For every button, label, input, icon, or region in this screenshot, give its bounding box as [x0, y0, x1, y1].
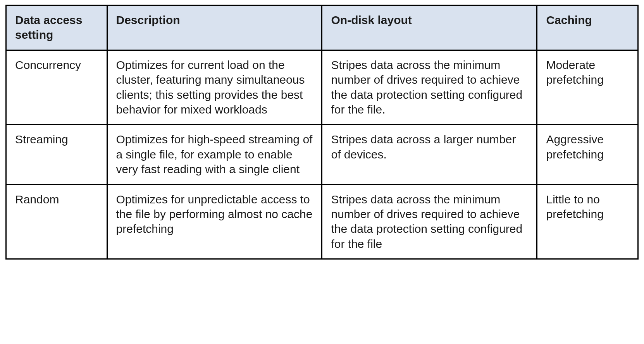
table-row: Concurrency Optimizes for current load o…	[6, 50, 638, 125]
cell-layout: Stripes data across a larger number of d…	[322, 125, 537, 184]
cell-setting: Streaming	[6, 125, 107, 184]
cell-description: Optimizes for high-speed streaming of a …	[107, 125, 322, 184]
cell-description: Optimizes for unpredictable access to th…	[107, 184, 322, 259]
cell-setting: Concurrency	[6, 50, 107, 125]
cell-caching: Moderate prefetching	[537, 50, 638, 125]
data-access-table: Data access setting Description On-disk …	[5, 5, 639, 260]
col-header-description: Description	[107, 5, 322, 50]
table-row: Streaming Optimizes for high-speed strea…	[6, 125, 638, 184]
cell-layout: Stripes data across the minimum number o…	[322, 50, 537, 125]
cell-description: Optimizes for current load on the cluste…	[107, 50, 322, 125]
col-header-layout: On-disk layout	[322, 5, 537, 50]
table-row: Random Optimizes for unpredictable acces…	[6, 184, 638, 259]
table-header-row: Data access setting Description On-disk …	[6, 5, 638, 50]
cell-setting: Random	[6, 184, 107, 259]
cell-caching: Aggressive prefetching	[537, 125, 638, 184]
col-header-caching: Caching	[537, 5, 638, 50]
table-container: Data access setting Description On-disk …	[0, 0, 644, 264]
col-header-setting: Data access setting	[6, 5, 107, 50]
cell-layout: Stripes data across the minimum number o…	[322, 184, 537, 259]
cell-caching: Little to no prefetching	[537, 184, 638, 259]
